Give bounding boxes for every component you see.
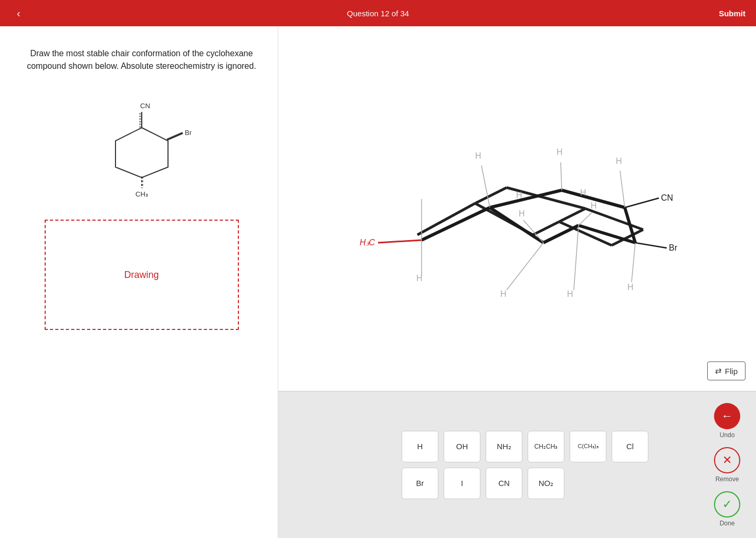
substituent-NO2[interactable]: NO₂ bbox=[528, 468, 564, 499]
submit-button[interactable]: Submit bbox=[719, 9, 746, 18]
substituent-Cl[interactable]: Cl bbox=[612, 431, 648, 462]
svg-line-37 bbox=[574, 225, 579, 290]
svg-line-27 bbox=[481, 165, 490, 208]
svg-line-50 bbox=[635, 243, 667, 248]
svg-text:H: H bbox=[616, 157, 622, 165]
remove-label: Remove bbox=[716, 475, 739, 483]
svg-line-17 bbox=[475, 188, 507, 203]
molecule-svg: CN Br CH₃ bbox=[79, 94, 205, 199]
flip-label: Flip bbox=[725, 367, 738, 376]
svg-text:H: H bbox=[500, 289, 507, 298]
svg-line-19 bbox=[422, 208, 490, 240]
chair-area: H H H H H H H H H bbox=[278, 26, 756, 391]
svg-text:H: H bbox=[567, 289, 573, 298]
svg-text:CN: CN bbox=[661, 193, 673, 202]
undo-button[interactable]: ← Undo bbox=[714, 403, 740, 439]
svg-line-48 bbox=[625, 198, 659, 208]
back-button[interactable]: ‹ bbox=[10, 3, 27, 24]
svg-text:CN: CN bbox=[140, 102, 150, 110]
action-buttons: ← Undo ✕ Remove ✓ Done bbox=[714, 403, 740, 527]
chair-svg: H H H H H H H H H bbox=[333, 82, 701, 335]
substituent-H[interactable]: H bbox=[402, 431, 438, 462]
substituent-Br[interactable]: Br bbox=[402, 468, 438, 499]
molecule-structure: CN Br CH₃ bbox=[68, 88, 215, 204]
svg-line-4 bbox=[167, 133, 183, 140]
svg-marker-9 bbox=[116, 128, 168, 178]
remove-button[interactable]: ✕ Remove bbox=[714, 447, 740, 483]
substituent-CH2CH3[interactable]: CH₂CH₃ bbox=[528, 431, 564, 462]
svg-text:Br: Br bbox=[669, 243, 678, 252]
substituent-NH2[interactable]: NH₂ bbox=[486, 431, 522, 462]
question-progress: Question 12 of 34 bbox=[347, 9, 409, 18]
svg-text:H: H bbox=[627, 283, 634, 292]
substituent-I[interactable]: I bbox=[444, 468, 480, 499]
remove-icon: ✕ bbox=[714, 447, 740, 473]
flip-icon: ⇄ bbox=[715, 366, 722, 376]
substituent-OH[interactable]: OH bbox=[444, 431, 480, 462]
svg-text:Br: Br bbox=[185, 129, 192, 137]
svg-line-15 bbox=[585, 209, 643, 230]
substituent-CN[interactable]: CN bbox=[486, 468, 522, 499]
main-content: Draw the most stable chair conformation … bbox=[0, 26, 756, 538]
svg-line-16 bbox=[559, 209, 585, 222]
header: ‹ Question 12 of 34 Submit bbox=[0, 0, 756, 26]
done-label: Done bbox=[720, 520, 735, 527]
bottom-toolbar: H OH NH₂ CH₂CH₃ C(CH₃)₃ Cl Br I CN NO₂ ← bbox=[278, 391, 756, 538]
undo-label: Undo bbox=[720, 431, 735, 439]
svg-text:H₃C: H₃C bbox=[360, 238, 375, 247]
svg-text:H: H bbox=[580, 188, 586, 197]
undo-icon: ← bbox=[714, 403, 740, 429]
svg-text:H: H bbox=[475, 151, 481, 160]
svg-text:H: H bbox=[516, 191, 522, 200]
svg-line-46 bbox=[378, 240, 422, 243]
svg-line-31 bbox=[561, 162, 562, 190]
svg-text:CH₃: CH₃ bbox=[135, 190, 148, 198]
svg-line-35 bbox=[507, 243, 543, 290]
right-panel: H H H H H H H H H bbox=[278, 26, 756, 538]
svg-text:H: H bbox=[556, 148, 563, 157]
substituent-CCH33[interactable]: C(CH₃)₃ bbox=[570, 431, 606, 462]
drawing-label: Drawing bbox=[124, 270, 159, 281]
svg-line-29 bbox=[620, 171, 625, 208]
done-icon: ✓ bbox=[714, 491, 740, 518]
flip-button[interactable]: ⇄ Flip bbox=[707, 361, 746, 380]
svg-line-12 bbox=[533, 222, 559, 235]
svg-line-20 bbox=[490, 208, 543, 243]
drawing-area[interactable]: Drawing bbox=[45, 220, 239, 330]
svg-text:H: H bbox=[519, 209, 525, 218]
svg-text:H: H bbox=[591, 201, 597, 210]
left-panel: Draw the most stable chair conformation … bbox=[0, 26, 278, 538]
substituent-grid: H OH NH₂ CH₂CH₃ C(CH₃)₃ Cl Br I CN NO₂ bbox=[402, 431, 648, 499]
done-button[interactable]: ✓ Done bbox=[714, 491, 740, 527]
svg-line-45 bbox=[579, 213, 592, 225]
svg-line-41 bbox=[632, 243, 635, 282]
question-text: Draw the most stable chair conformation … bbox=[26, 47, 257, 73]
